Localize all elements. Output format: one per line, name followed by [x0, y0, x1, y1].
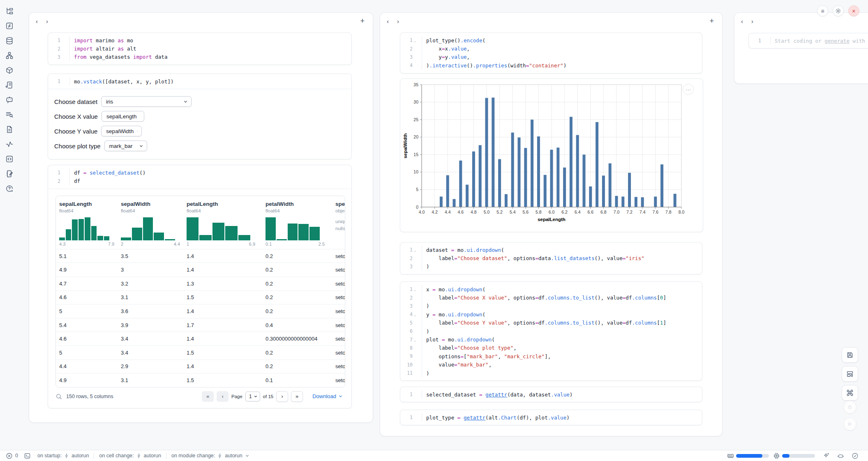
connection-status-button[interactable]: [848, 452, 862, 459]
y-value-select[interactable]: sepalWidth: [101, 126, 142, 136]
terminal-button[interactable]: [24, 452, 31, 459]
sidebar-item-help[interactable]: [4, 184, 15, 193]
panel-next-button[interactable]: ›: [45, 17, 49, 25]
code-cell-selected-dataset[interactable]: 1selected_dataset = getattr(data, datase…: [400, 387, 702, 402]
table-cell: 0.2: [262, 294, 332, 300]
table-cell: 3.9: [118, 322, 183, 328]
sidebar-item-tracing[interactable]: [4, 140, 15, 149]
code-line: 2import altair as alt: [50, 44, 347, 53]
table-row[interactable]: 4.42.91.40.2setosa: [56, 360, 345, 373]
dataframe-table: sepalLengthfloat644.37.9sepalWidthfloat6…: [55, 196, 345, 387]
sidebar-item-dependencies[interactable]: [4, 51, 15, 60]
sidebar-item-snippets[interactable]: [4, 125, 15, 134]
table-row[interactable]: 53.61.40.2setosa: [56, 304, 345, 318]
sidebar-item-ai-chat[interactable]: [4, 95, 15, 104]
plot-type-select[interactable]: mark_bar: [104, 141, 147, 151]
sidebar-item-packages[interactable]: [4, 66, 15, 75]
code-line: 4⌄y = mo.ui.dropdown(: [402, 310, 698, 318]
table-cell: setosa: [332, 253, 345, 259]
svg-text:10: 10: [413, 169, 418, 174]
code-cell-plot-type[interactable]: 1plot_type = getattr(alt.Chart(df), plot…: [400, 410, 702, 425]
sidebar-item-functions[interactable]: [4, 21, 15, 30]
table-row[interactable]: 4.63.11.50.2setosa: [56, 290, 345, 304]
ai-assist-button[interactable]: [819, 452, 833, 459]
table-column-header[interactable]: sepalLengthfloat644.37.9: [56, 196, 118, 249]
prev-page-button[interactable]: ‹: [217, 391, 229, 402]
sidebar-item-documentation[interactable]: [4, 81, 15, 90]
table-row[interactable]: 5.43.91.70.4setosa: [56, 318, 345, 332]
search-icon[interactable]: [55, 393, 62, 400]
cpu-usage-fill: [782, 454, 790, 458]
code-cell-vstack[interactable]: 1mo.vstack([dataset, x, y, plot]) Choose…: [48, 74, 352, 159]
table-row[interactable]: 5.13.51.40.2setosa: [56, 249, 345, 263]
first-page-button[interactable]: «: [202, 391, 214, 402]
code-cell-imports[interactable]: 1import marimo as mo2import altair as al…: [48, 32, 352, 65]
table-row[interactable]: 53.41.50.2setosa: [56, 346, 345, 360]
run-all-button[interactable]: [843, 417, 856, 431]
module-change-runtime-setting[interactable]: on module change: autorun: [171, 453, 249, 459]
layout-button[interactable]: [842, 366, 858, 382]
code-cell-plot-encode[interactable]: 1⌄plot_type().encode(2 x=x.value,3 y=y.v…: [400, 32, 702, 74]
page-range-label: of 15: [263, 394, 274, 399]
code-cell-dataset-dropdown[interactable]: 1⌄dataset = mo.ui.dropdown(2 label="Choo…: [400, 242, 702, 274]
sidebar-item-datasources[interactable]: [4, 36, 15, 45]
altair-bar-chart[interactable]: 4.04.24.44.64.85.05.25.45.65.86.06.26.46…: [400, 79, 702, 231]
save-button[interactable]: [842, 347, 858, 363]
table-row[interactable]: 4.931.40.2setosa: [56, 263, 345, 277]
add-cell-button[interactable]: +: [358, 17, 367, 25]
panel-next-button[interactable]: ›: [396, 17, 400, 25]
scroll-icon: [5, 81, 14, 89]
sidebar-item-code-preview[interactable]: [4, 154, 15, 164]
table-row[interactable]: 4.73.21.30.2setosa: [56, 277, 345, 290]
panel-prev-button[interactable]: ‹: [35, 17, 39, 25]
sidebar-item-scratchpad[interactable]: [4, 169, 15, 178]
table-column-header[interactable]: sepalWidthfloat6424.4: [118, 196, 183, 249]
sidebar-item-file-tree[interactable]: [4, 7, 15, 16]
sidebar-item-logs[interactable]: [4, 110, 15, 119]
keyboard-shortcuts-button[interactable]: [842, 385, 858, 401]
panel-next-button[interactable]: ›: [750, 17, 754, 25]
chevron-down-icon: [183, 99, 188, 104]
table-column-header[interactable]: speciesobjectunique:nulls:: [332, 196, 345, 249]
code-cell-widget-dropdowns[interactable]: 1⌄x = mo.ui.dropdown(2 label="Choose X v…: [400, 281, 702, 381]
table-column-header[interactable]: petalLengthfloat6416.9: [183, 196, 262, 249]
table-row[interactable]: 4.93.11.50.1setosa: [56, 373, 345, 387]
activity-icon: [5, 140, 14, 148]
error-indicator[interactable]: 0: [6, 452, 18, 459]
panel-prev-button[interactable]: ‹: [386, 17, 390, 25]
panel-prev-button[interactable]: ‹: [740, 17, 744, 25]
table-column-header[interactable]: petalWidthfloat640.12.5: [262, 196, 332, 249]
startup-runtime-setting[interactable]: on startup: autorun: [37, 453, 89, 459]
page-select[interactable]: 1: [245, 392, 260, 401]
chart-actions-button[interactable]: ⋯: [683, 84, 694, 95]
panel-3-header: ‹ ›: [740, 16, 868, 26]
cell-change-runtime-setting[interactable]: on cell change: autorun: [99, 453, 161, 459]
stop-button[interactable]: [843, 401, 856, 414]
notebook-menu-button[interactable]: ≡: [817, 5, 828, 16]
next-page-button[interactable]: ›: [276, 391, 288, 402]
add-cell-button[interactable]: +: [707, 17, 716, 25]
svg-text:7.2: 7.2: [626, 210, 633, 214]
x-value-select[interactable]: sepalLength: [102, 111, 144, 122]
svg-text:6.8: 6.8: [600, 210, 607, 214]
error-count: 0: [15, 453, 18, 459]
sparkles-icon: [823, 452, 830, 459]
df-code[interactable]: 1df = selected_dataset()2df: [48, 165, 351, 189]
last-page-button[interactable]: »: [291, 391, 303, 402]
table-cell: 5: [56, 308, 118, 314]
bot-button[interactable]: [833, 452, 848, 459]
vstack-code[interactable]: 1mo.vstack([dataset, x, y, plot]): [48, 74, 351, 89]
settings-button[interactable]: [833, 5, 844, 16]
table-row[interactable]: 4.63.41.40.3000000000000004setosa: [56, 332, 345, 346]
table-cell: 3.5: [118, 253, 183, 259]
column-histogram: [121, 217, 175, 240]
empty-editor-cell[interactable]: 1Start coding or generate with: [748, 33, 868, 48]
dataset-select[interactable]: iris: [101, 96, 192, 107]
close-notebook-button[interactable]: ×: [848, 5, 859, 16]
svg-text:6.4: 6.4: [575, 210, 581, 214]
download-button[interactable]: Download: [310, 393, 345, 400]
memory-usage-fill: [736, 454, 762, 458]
code-line: 3): [402, 263, 698, 271]
code-cell-df[interactable]: 1df = selected_dataset()2df sepalLengthf…: [48, 165, 352, 408]
column-histogram: [265, 217, 320, 240]
